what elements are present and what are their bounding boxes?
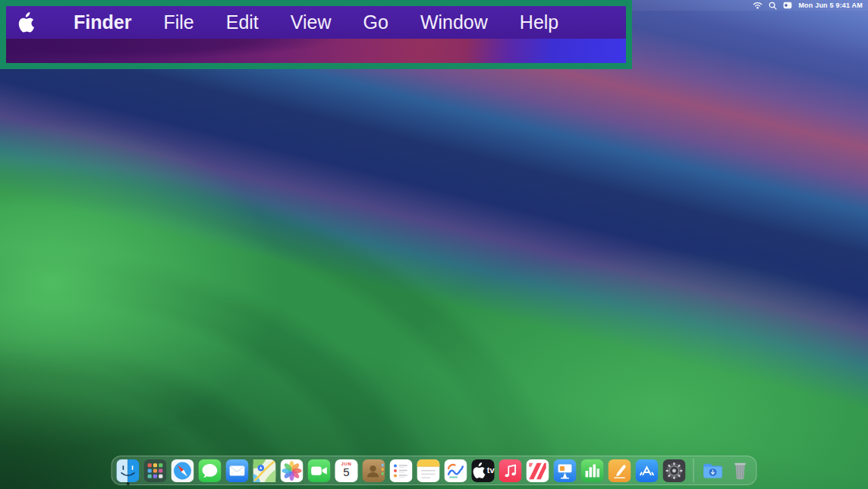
dock-item-keynote[interactable] [554, 459, 577, 482]
dock-item-music[interactable] [499, 459, 522, 482]
menu-view[interactable]: View [275, 11, 348, 33]
dock-item-appstore[interactable] [636, 459, 659, 482]
dock-item-downloads[interactable] [702, 459, 725, 482]
dock-item-finder[interactable] [117, 459, 140, 482]
menu-window[interactable]: Window [404, 11, 504, 33]
menu-file[interactable]: File [147, 11, 209, 33]
dock-item-numbers[interactable] [581, 459, 604, 482]
magnified-wallpaper [6, 39, 626, 63]
dock-item-trash[interactable] [729, 459, 752, 482]
status-icons [753, 2, 792, 10]
dock-item-facetime[interactable] [308, 459, 331, 482]
dock-item-settings[interactable] [663, 459, 686, 482]
apple-menu-icon[interactable] [17, 12, 35, 33]
dock-item-reminders[interactable] [390, 459, 413, 482]
menu-help[interactable]: Help [504, 11, 574, 33]
spotlight-search-icon[interactable] [769, 2, 777, 10]
menu-bar: FinderFileEditViewGoWindowHelp [6, 6, 626, 39]
magnified-menu-bar-overlay: FinderFileEditViewGoWindowHelp [0, 0, 632, 69]
menu-edit[interactable]: Edit [210, 11, 275, 33]
dock: JUN5tv [112, 456, 757, 485]
wifi-icon[interactable] [753, 2, 763, 9]
apple-logo-small [472, 459, 486, 482]
dock-item-pages[interactable] [609, 459, 631, 482]
dock-item-calendar[interactable]: JUN5 [335, 459, 358, 482]
dock-item-mail[interactable] [226, 459, 249, 482]
dock-item-contacts[interactable] [363, 459, 385, 482]
menu-go[interactable]: Go [348, 11, 404, 33]
dock-item-safari[interactable] [171, 459, 194, 482]
dock-item-photos[interactable] [281, 459, 303, 482]
dock-item-tv[interactable]: tv [472, 459, 495, 482]
dock-separator [693, 459, 694, 482]
control-center-icon[interactable] [783, 2, 792, 9]
menu-bar-status: Mon Jun 5 9:41 AM [632, 0, 868, 11]
tv-label: tv [487, 466, 495, 475]
menu-bar-clock[interactable]: Mon Jun 5 9:41 AM [798, 2, 863, 9]
dock-item-launchpad[interactable] [144, 459, 167, 482]
dock-item-notes[interactable] [417, 459, 440, 482]
calendar-day-label: 5 [343, 466, 349, 479]
dock-item-maps[interactable] [253, 459, 276, 482]
wallpaper [0, 0, 868, 489]
dock-item-messages[interactable] [199, 459, 222, 482]
dock-item-news[interactable] [527, 459, 549, 482]
dock-item-freeform[interactable] [445, 459, 467, 482]
menu-app-finder[interactable]: Finder [58, 11, 147, 33]
desktop: Mon Jun 5 9:41 AM FinderFileEditViewGoWi… [0, 0, 868, 489]
